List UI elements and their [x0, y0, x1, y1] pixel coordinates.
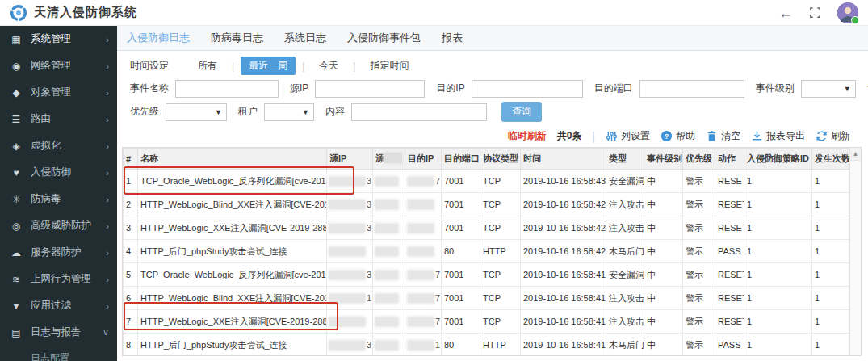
time-option-2[interactable]: 最近一周 — [241, 57, 296, 75]
sidebar-item-2[interactable]: ◉网络管理› — [0, 52, 117, 79]
sidebar-item-8[interactable]: ◎高级威胁防护› — [0, 212, 117, 239]
cell-dst_ip: 1 — [405, 334, 442, 357]
redaction-blur — [329, 224, 365, 233]
sidebar-item-9[interactable]: ☁服务器防护› — [0, 239, 117, 266]
table-row[interactable]: 3HTTP_WebLogic_XXE注入漏洞[CVE-2019-2887]370… — [124, 216, 852, 240]
cell-src_port — [373, 287, 405, 310]
table-row[interactable]: 5TCP_Oracle_WebLogic_反序列化漏洞[cve-2019-289… — [124, 263, 852, 287]
sidebar-item-label: 对象管理 — [31, 86, 106, 99]
cell-idx: 6 — [124, 287, 138, 310]
cell-level: 中 — [644, 193, 683, 216]
cell-time: 2019-10-16 16:58:42 — [521, 216, 606, 240]
sidebar-item-label: 防病毒 — [31, 192, 106, 206]
time-option-1[interactable]: 所有 — [190, 57, 225, 75]
cell-src_port — [373, 334, 405, 357]
sidebar-item-4[interactable]: ☰路由› — [0, 106, 117, 132]
filter-field-label: 目的端口 — [594, 82, 633, 95]
table-header-row: #名称源IP源端口目的IP目的端口协议类型时间类型事件级别优先级动作入侵防御策略… — [124, 149, 852, 170]
vertical-scrollbar[interactable]: ▲ — [849, 148, 861, 355]
tab-5[interactable]: 报表 — [442, 31, 463, 45]
cell-src_ip: 3 — [327, 216, 373, 240]
redaction-blur — [408, 294, 434, 303]
antivirus-icon: ✳ — [10, 194, 23, 205]
filter-field: 租户▼ — [238, 103, 314, 121]
sidebar-item-11[interactable]: ▼应用过滤› — [0, 292, 117, 319]
filter-field: 事件名称 — [130, 80, 279, 98]
table-row[interactable]: 8HTTP_后门_phpStudy攻击尝试_连接3180HTTP2019-10-… — [124, 334, 852, 357]
cell-src_ip: 3 — [327, 334, 373, 357]
cell-type: 注入攻击 — [606, 216, 644, 240]
toolbar-buttons: 列设置?帮助清空报表导出刷新 — [606, 129, 850, 143]
cell-dst_port: 7001 — [442, 287, 480, 310]
cell-count: 1 — [812, 216, 852, 240]
sidebar-item-10[interactable]: ≋上网行为管理› — [0, 266, 117, 292]
tab-2[interactable]: 防病毒日志 — [211, 31, 263, 45]
cell-dst_ip: 7 — [405, 310, 442, 334]
filter-select-优先级[interactable]: ▼ — [166, 103, 227, 121]
cell-priority: 警示 — [683, 193, 715, 216]
cell-priority: 警示 — [683, 170, 715, 193]
filter-field-label: 源IP — [290, 82, 308, 95]
table-row[interactable]: 2HTTP_WebLogic_Blind_XXE注入漏洞[CVE-2019-26… — [124, 193, 852, 216]
redaction-blur — [329, 341, 365, 350]
fullscreen-icon[interactable] — [809, 6, 821, 19]
objects-icon: ◆ — [10, 87, 23, 99]
filter-select-事件级别[interactable]: ▼ — [801, 80, 856, 98]
sidebar-item-3[interactable]: ◆对象管理› — [0, 79, 117, 106]
toolbar-button-列设置[interactable]: 列设置 — [606, 129, 650, 143]
cell-name: HTTP_WebLogic_XXE注入漏洞[CVE-2019-2887] — [138, 216, 327, 240]
cell-dst_ip — [405, 193, 442, 216]
chevron-right-icon: › — [106, 61, 109, 71]
avatar[interactable] — [837, 2, 858, 23]
filter-field-label: 内容 — [325, 105, 345, 119]
time-option-4[interactable]: 指定时间 — [362, 57, 417, 75]
toolbar-button-报表导出[interactable]: 报表导出 — [751, 129, 805, 143]
time-option-3[interactable]: 今天 — [311, 57, 346, 75]
cell-src_port — [373, 263, 405, 287]
cell-src_ip — [327, 310, 373, 334]
filter-select-租户[interactable]: ▼ — [264, 103, 314, 121]
sidebar-item-1[interactable]: ▦系统管理› — [0, 26, 117, 52]
redaction-blur — [375, 271, 398, 279]
table-row[interactable]: 4HTTP_后门_phpStudy攻击尝试_连接80HTTP2019-10-16… — [124, 240, 852, 263]
cell-type: 安全漏洞 — [606, 263, 644, 287]
sidebar-item-6[interactable]: ♥入侵防御› — [0, 159, 117, 186]
cell-protocol: HTTP — [480, 334, 521, 357]
filter-input-目的端口[interactable] — [639, 80, 744, 98]
table-row[interactable]: 6HTTP_WebLogic_Blind_XXE注入漏洞[CVE-2019-26… — [124, 287, 852, 310]
tab-1[interactable]: 入侵防御日志 — [127, 31, 190, 45]
virtualization-icon: ◈ — [10, 141, 23, 152]
redaction-blur — [408, 247, 434, 256]
filter-input-内容[interactable] — [351, 103, 487, 121]
tab-3[interactable]: 系统日志 — [284, 31, 326, 45]
filter-input-目的IP[interactable] — [472, 80, 583, 98]
dropdown-arrow-icon: ▼ — [844, 85, 851, 93]
column-header-14: 发生次数 — [812, 149, 852, 170]
scroll-up-icon[interactable]: ▲ — [850, 148, 861, 161]
toolbar-button-清空[interactable]: 清空 — [706, 129, 740, 143]
table-row[interactable]: 7HTTP_WebLogic_XXE注入漏洞[CVE-2019-2887]770… — [124, 310, 852, 334]
toolbar-button-帮助[interactable]: ?帮助 — [660, 129, 695, 143]
cell-action: RESET — [715, 287, 744, 310]
sidebar-item-7[interactable]: ✳防病毒› — [0, 186, 117, 212]
sidebar-item-12[interactable]: ▤日志与报告∨ — [0, 319, 117, 346]
filter-field-label: 优先级 — [130, 105, 159, 119]
cell-name: HTTP_后门_phpStudy攻击尝试_连接 — [138, 240, 327, 263]
column-header-11: 优先级 — [683, 149, 715, 170]
filter-input-源IP[interactable] — [315, 80, 425, 98]
sidebar-item-5[interactable]: ◈虚拟化› — [0, 132, 117, 159]
toolbar-button-刷新[interactable]: 刷新 — [816, 129, 850, 143]
tab-4[interactable]: 入侵防御事件包 — [347, 31, 421, 45]
filter-input-事件名称[interactable] — [175, 80, 279, 98]
filter-field: 内容 — [325, 103, 487, 121]
cell-level: 中 — [644, 334, 683, 357]
cell-priority: 警示 — [683, 287, 715, 310]
route-icon: ☰ — [10, 114, 23, 125]
sidebar-subitem[interactable]: 日志配置 — [0, 346, 117, 361]
redaction-blur — [375, 294, 398, 303]
back-icon[interactable]: ← — [778, 6, 793, 20]
search-button[interactable]: 查询 — [501, 102, 542, 122]
cell-idx: 1 — [124, 170, 138, 193]
table-row[interactable]: 1TCP_Oracle_WebLogic_反序列化漏洞[cve-2019-289… — [124, 170, 852, 193]
redaction-blur — [375, 200, 398, 209]
